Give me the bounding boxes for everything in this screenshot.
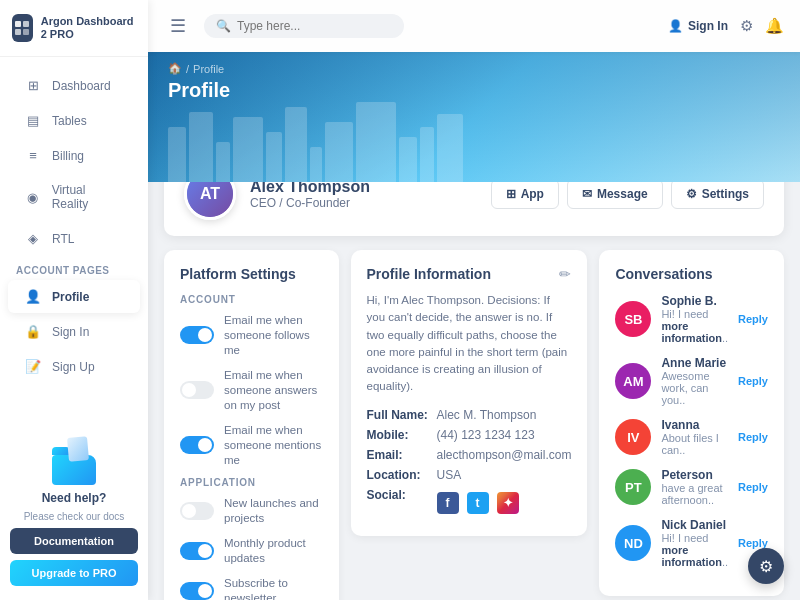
signin-button[interactable]: 👤 Sign In	[668, 19, 728, 33]
search-icon: 🔍	[216, 19, 231, 33]
toggle-mentions-switch[interactable]	[180, 436, 214, 454]
conv-name-peterson: Peterson	[661, 468, 728, 482]
sidebar-label-signin: Sign In	[52, 325, 89, 339]
dashboard-icon: ⊞	[24, 78, 42, 93]
reply-ivanna[interactable]: Reply	[738, 431, 768, 443]
sidebar: Argon Dashboard 2 PRO ⊞ Dashboard ▤ Tabl…	[0, 0, 148, 600]
notification-icon[interactable]: 🔔	[765, 17, 784, 35]
main-content: ☰ 🔍 👤 Sign In ⚙ 🔔	[148, 0, 800, 600]
topnav: ☰ 🔍 👤 Sign In ⚙ 🔔	[148, 0, 800, 52]
toggle-launches-label: New launches and projects	[224, 496, 323, 526]
profile-name: Alex Thompson	[250, 182, 477, 196]
profile-bio: Hi, I'm Alec Thompson. Decisions: If you…	[367, 292, 572, 396]
conv-info-nick: Nick Daniel Hi! I need more information.…	[661, 518, 728, 568]
toggle-follows-label: Email me when someone follows me	[224, 313, 323, 358]
location-label: Location:	[367, 468, 431, 482]
fab-button[interactable]: ⚙	[748, 548, 784, 584]
twitter-icon[interactable]: t	[467, 492, 489, 514]
conv-info-ivanna: Ivanna About files I can..	[661, 418, 728, 456]
sidebar-item-dashboard[interactable]: ⊞ Dashboard	[8, 69, 140, 102]
conv-name-ivanna: Ivanna	[661, 418, 728, 432]
conv-avatar-anne: AM	[615, 363, 651, 399]
toggle-follows-switch[interactable]	[180, 326, 214, 344]
svg-rect-1	[23, 21, 29, 27]
toggle-mentions: Email me when someone mentions me	[180, 423, 323, 468]
sidebar-item-signin[interactable]: 🔒 Sign In	[8, 315, 140, 348]
sidebar-item-billing[interactable]: ≡ Billing	[8, 139, 140, 172]
info-social: Social: f t ✦	[367, 488, 572, 514]
reply-anne[interactable]: Reply	[738, 375, 768, 387]
sidebar-item-tables[interactable]: ▤ Tables	[8, 104, 140, 137]
conv-name-anne: Anne Marie	[661, 356, 728, 370]
sidebar-item-profile[interactable]: 👤 Profile	[8, 280, 140, 313]
facebook-icon[interactable]: f	[437, 492, 459, 514]
profile-info: Alex Thompson CEO / Co-Founder	[250, 182, 477, 210]
message-button[interactable]: ✉ Message	[567, 182, 663, 209]
mobile-value: (44) 123 1234 123	[437, 428, 535, 442]
breadcrumb: 🏠 / Profile	[168, 62, 780, 75]
breadcrumb-sep: /	[186, 63, 189, 75]
reply-sophie[interactable]: Reply	[738, 313, 768, 325]
toggle-answers-switch[interactable]	[180, 381, 214, 399]
svg-rect-0	[15, 21, 21, 27]
content-area: AT Alex Thompson CEO / Co-Founder ⊞ App …	[148, 182, 800, 600]
toggle-launches: New launches and projects	[180, 496, 323, 526]
sidebar-logo: Argon Dashboard 2 PRO	[0, 0, 148, 57]
instagram-icon[interactable]: ✦	[497, 492, 519, 514]
location-value: USA	[437, 468, 462, 482]
settings-icon[interactable]: ⚙	[740, 17, 753, 35]
sidebar-bottom: Need help? Please check our docs Documen…	[0, 423, 148, 600]
signup-icon: 📝	[24, 359, 42, 374]
toggle-launches-switch[interactable]	[180, 502, 214, 520]
sidebar-item-vr[interactable]: ◉ Virtual Reality	[8, 174, 140, 220]
conv-avatar-sophie: SB	[615, 301, 651, 337]
hamburger-menu[interactable]: ☰	[164, 11, 192, 41]
fullname-label: Full Name:	[367, 408, 431, 422]
svg-rect-3	[23, 29, 29, 35]
signin-icon: 🔒	[24, 324, 42, 339]
profile-info-card: Profile Information ✏ Hi, I'm Alec Thomp…	[351, 250, 588, 536]
sidebar-item-signup[interactable]: 📝 Sign Up	[8, 350, 140, 383]
toggle-monthly-switch[interactable]	[180, 542, 214, 560]
profile-role: CEO / Co-Founder	[250, 196, 477, 210]
social-icons: f t ✦	[437, 492, 519, 514]
social-label: Social:	[367, 488, 431, 514]
profile-info-title: Profile Information	[367, 266, 491, 282]
breadcrumb-home[interactable]: 🏠	[168, 62, 182, 75]
vr-icon: ◉	[24, 190, 42, 205]
logo-icon	[12, 14, 33, 42]
sidebar-label-dashboard: Dashboard	[52, 79, 111, 93]
conv-nick: ND Nick Daniel Hi! I need more informati…	[615, 518, 768, 568]
upgrade-button[interactable]: Upgrade to PRO	[10, 560, 138, 586]
conv-sophie: SB Sophie B. Hi! I need more information…	[615, 294, 768, 344]
search-bar: 🔍	[204, 14, 404, 38]
conv-msg-sophie: Hi! I need more information..	[661, 308, 728, 344]
info-email: Email: alecthompson@mail.com	[367, 448, 572, 462]
settings-button[interactable]: ⚙ Settings	[671, 182, 764, 209]
app-button[interactable]: ⊞ App	[491, 182, 559, 209]
toggle-newsletter-switch[interactable]	[180, 582, 214, 600]
conv-msg-ivanna: About files I can..	[661, 432, 728, 456]
col-profile-info: Profile Information ✏ Hi, I'm Alec Thomp…	[351, 250, 588, 600]
search-input[interactable]	[237, 19, 392, 33]
reply-peterson[interactable]: Reply	[738, 481, 768, 493]
sidebar-label-profile: Profile	[52, 290, 89, 304]
profile-card: AT Alex Thompson CEO / Co-Founder ⊞ App …	[164, 182, 784, 236]
conv-msg-anne: Awesome work, can you..	[661, 370, 728, 406]
account-section: ACCOUNT	[180, 294, 323, 305]
sidebar-item-rtl[interactable]: ◈ RTL	[8, 222, 140, 255]
sidebar-nav: ⊞ Dashboard ▤ Tables ≡ Billing ◉ Virtual…	[0, 57, 148, 423]
sidebar-label-signup: Sign Up	[52, 360, 95, 374]
toggle-newsletter: Subscribe to newsletter	[180, 576, 323, 600]
toggle-monthly-label: Monthly product updates	[224, 536, 323, 566]
gear-icon: ⚙	[686, 187, 697, 201]
edit-icon[interactable]: ✏	[559, 266, 571, 282]
docs-button[interactable]: Documentation	[10, 528, 138, 554]
message-icon: ✉	[582, 187, 592, 201]
hero-buildings	[148, 102, 800, 182]
sidebar-label-vr: Virtual Reality	[52, 183, 124, 211]
help-title: Need help?	[42, 491, 107, 505]
info-mobile: Mobile: (44) 123 1234 123	[367, 428, 572, 442]
help-illustration	[44, 435, 104, 485]
conv-ivanna: IV Ivanna About files I can.. Reply	[615, 418, 768, 456]
